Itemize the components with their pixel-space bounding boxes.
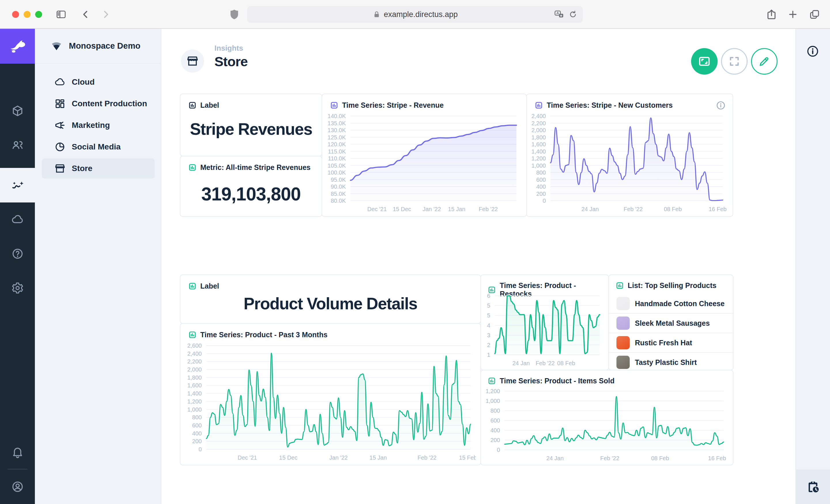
panel-bars-icon (330, 101, 338, 109)
svg-text:Jan '22: Jan '22 (329, 455, 348, 461)
svg-text:2,600: 2,600 (187, 342, 202, 349)
directus-logo[interactable] (0, 29, 35, 64)
share-icon[interactable] (765, 8, 777, 21)
panel-ts-items-sold[interactable]: Time Series: Product - Items Sold 1,2001… (480, 370, 733, 465)
product-thumbnail (616, 316, 630, 330)
svg-text:2: 2 (487, 342, 490, 348)
panel-ts-past3[interactable]: Time Series: Product - Past 3 Months 2,6… (180, 323, 481, 465)
panel-bars-icon (488, 377, 496, 385)
panel-bars-icon (189, 164, 196, 171)
user-avatar-icon[interactable] (0, 472, 35, 501)
svg-text:16 Feb: 16 Feb (708, 455, 726, 461)
module-help-icon[interactable] (0, 239, 35, 268)
sidebar-item-cloud[interactable]: Cloud (42, 72, 155, 92)
panel-header-label: Time Series: Product - Past 3 Months (200, 331, 327, 339)
svg-text:1,200: 1,200 (187, 398, 202, 405)
module-content-icon[interactable] (0, 97, 35, 125)
panel-list-top-products[interactable]: List: Top Selling Products Handmade Cott… (608, 274, 733, 370)
svg-text:200: 200 (490, 437, 500, 443)
module-insights-icon[interactable] (0, 168, 35, 202)
svg-text:200: 200 (192, 438, 202, 444)
list-item[interactable]: Rustic Fresh Hat (609, 333, 733, 352)
minimize-window-button[interactable] (24, 11, 31, 18)
svg-text:1: 1 (487, 351, 490, 358)
list-item[interactable]: Sleek Metal Sausages (609, 313, 733, 333)
svg-text:800: 800 (490, 407, 500, 414)
svg-text:135.0K: 135.0K (328, 120, 346, 127)
svg-text:1,200: 1,200 (532, 155, 546, 162)
svg-text:600: 600 (536, 176, 546, 183)
sidebar-toggle-icon[interactable] (55, 9, 67, 20)
product-thumbnail (616, 356, 630, 369)
sidebar-item-social-media[interactable]: Social Media (42, 137, 155, 157)
panel-bars-icon (189, 282, 196, 290)
svg-text:400: 400 (490, 427, 500, 433)
panel-ts-customers[interactable]: Time Series: Stripe - New Customers 2,40… (526, 94, 733, 217)
svg-text:90.0K: 90.0K (331, 183, 346, 190)
project-signal-icon (51, 41, 62, 52)
shield-icon[interactable] (228, 8, 241, 21)
new-tab-icon[interactable] (787, 9, 798, 20)
window-controls[interactable] (12, 11, 47, 19)
customers-chart: 2,4002,2002,0001,8001,6001,4001,2001,000… (529, 112, 728, 214)
lock-icon (372, 10, 381, 19)
svg-text:24 Jan: 24 Jan (546, 455, 564, 461)
panel-bars-icon (189, 101, 196, 109)
fullscreen-button[interactable] (721, 48, 747, 75)
translate-icon[interactable]: A★ (554, 9, 564, 20)
activity-clipboard-button[interactable] (796, 469, 830, 504)
svg-text:Feb '22: Feb '22 (479, 206, 498, 212)
past3-chart: 2,6002,4002,2002,0001,8001,6001,4001,200… (182, 342, 476, 463)
tab-overview-icon[interactable] (809, 9, 820, 20)
project-name: Monospace Demo (69, 41, 140, 51)
panel-ts-restocks[interactable]: Time Series: Product - Restocks 65543212… (480, 274, 609, 370)
svg-text:125.0K: 125.0K (328, 134, 346, 140)
forward-button[interactable] (100, 9, 111, 20)
breadcrumb[interactable]: Insights (215, 44, 243, 53)
project-header[interactable]: Monospace Demo (35, 29, 161, 64)
svg-text:3: 3 (487, 332, 490, 338)
list-item[interactable]: Handmade Cotton Cheese (609, 294, 733, 313)
page-title: Store (215, 54, 248, 69)
svg-text:Feb '22: Feb '22 (600, 455, 619, 461)
back-button[interactable] (80, 9, 91, 20)
page-icon-storefront[interactable] (181, 49, 204, 73)
svg-text:Feb '22: Feb '22 (418, 455, 437, 461)
panel-ts-revenue[interactable]: Time Series: Stripe - Revenue 140.0K135.… (322, 94, 527, 217)
svg-text:Feb '22: Feb '22 (536, 360, 555, 366)
notifications-bell-icon[interactable] (0, 438, 35, 467)
svg-text:0: 0 (198, 446, 202, 452)
sidebar-item-store[interactable]: Store (42, 158, 155, 178)
reload-icon[interactable] (568, 10, 578, 19)
svg-text:4: 4 (487, 322, 490, 329)
address-bar[interactable]: example.directus.app A★ (247, 6, 583, 23)
storefront-icon (55, 163, 65, 174)
fit-dashboard-button[interactable] (691, 48, 717, 75)
sidebar-item-label: Marketing (72, 121, 110, 130)
panel-metric-revenue[interactable]: Metric: All-time Stripe Revenues 319,103… (180, 156, 322, 217)
svg-text:1,800: 1,800 (532, 134, 546, 140)
module-cloud-icon[interactable] (0, 205, 35, 234)
svg-text:95.0K: 95.0K (331, 176, 346, 183)
close-window-button[interactable] (12, 11, 19, 18)
panel-label-product[interactable]: Label Product Volume Details (180, 274, 481, 324)
svg-text:1,800: 1,800 (187, 374, 202, 381)
zoom-window-button[interactable] (35, 11, 42, 18)
panel-info-icon[interactable] (716, 101, 726, 110)
svg-text:105.0K: 105.0K (328, 162, 346, 169)
module-settings-icon[interactable] (0, 274, 35, 302)
list-item[interactable]: Tasty Plastic Shirt (609, 352, 733, 372)
panel-label-stripe[interactable]: Label Stripe Revenues (180, 94, 322, 156)
svg-text:400: 400 (536, 183, 546, 190)
sidebar-item-content-production[interactable]: Content Production (42, 94, 155, 114)
svg-text:400: 400 (192, 430, 202, 437)
fit-screen-icon (698, 55, 711, 68)
panel-header-label: Label (200, 282, 219, 290)
dashboard-grid-icon (55, 98, 65, 109)
panel-bars-icon (616, 282, 624, 290)
edit-dashboard-button[interactable] (751, 48, 777, 75)
sidebar-item-marketing[interactable]: Marketing (42, 115, 155, 135)
info-icon[interactable] (802, 40, 824, 62)
module-users-icon[interactable] (0, 131, 35, 160)
panel-header-label: Time Series: Product - Items Sold (500, 377, 614, 385)
